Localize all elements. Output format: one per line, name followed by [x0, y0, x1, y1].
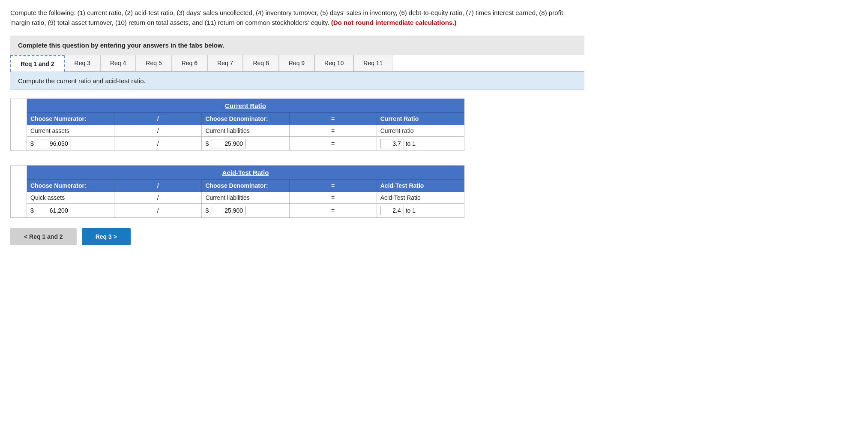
section2-number: (2) — [13, 169, 21, 177]
section2-title-row: (2) Acid-Test Ratio — [11, 165, 464, 179]
section1-denominator-input[interactable] — [212, 139, 246, 148]
section2-denominator-label: Current liabilities — [205, 194, 249, 201]
next-button[interactable]: Req 3 > — [82, 228, 131, 245]
tab-req9[interactable]: Req 9 — [279, 55, 314, 71]
section1-value-row: $ / $ = to 1 — [11, 136, 464, 150]
intro-paragraph: Compute the following: (1) current ratio… — [10, 8, 584, 28]
section1-result-input[interactable] — [380, 139, 404, 148]
tab-req7[interactable]: Req 7 — [207, 55, 243, 71]
section2-denominator-input[interactable] — [212, 206, 246, 215]
section2-block: (2) Acid-Test Ratio Choose Numerator: / … — [10, 165, 464, 218]
section2-choose-numerator: Choose Numerator: — [30, 182, 87, 189]
section2-text-row: Quick assets / Current liabilities = Aci… — [11, 192, 464, 203]
main-content: (1) Current Ratio Choose Numerator: / Ch… — [10, 99, 464, 245]
section1-text-row: Current assets / Current liabilities = C… — [11, 125, 464, 136]
section1-numerator-dollar: $ — [30, 140, 34, 147]
section1-choose-numerator: Choose Numerator: — [30, 115, 87, 122]
tab-req5[interactable]: Req 5 — [136, 55, 171, 71]
spacer — [10, 159, 464, 165]
tab-req4[interactable]: Req 4 — [100, 55, 136, 71]
section2-to-one: to 1 — [406, 207, 416, 214]
section1-table: (1) Current Ratio Choose Numerator: / Ch… — [10, 99, 464, 151]
nav-buttons: < Req 1 and 2 Req 3 > — [10, 228, 310, 245]
instruction-label: Complete this question by entering your … — [18, 42, 224, 49]
warning-text: (Do not round intermediate calculations.… — [331, 19, 457, 26]
section2-denominator-dollar: $ — [205, 207, 209, 214]
section1-denominator-label: Current liabilities — [205, 127, 249, 134]
section2-numerator-label: Quick assets — [30, 194, 65, 201]
tabs-container: Req 1 and 2 Req 3 Req 4 Req 5 Req 6 Req … — [10, 55, 584, 72]
tab-req6[interactable]: Req 6 — [172, 55, 207, 71]
section1-block: (1) Current Ratio Choose Numerator: / Ch… — [10, 99, 464, 151]
tab-req8[interactable]: Req 8 — [243, 55, 278, 71]
section1-title: Current Ratio — [225, 102, 266, 109]
section1-title-row: (1) Current Ratio — [11, 99, 464, 112]
section2-result-label: Acid-Test Ratio — [380, 194, 421, 201]
tab-content-description: Compute the current ratio and acid-test … — [10, 72, 584, 90]
section1-choose-row: Choose Numerator: / Choose Denominator: … — [11, 112, 464, 125]
tab-req3[interactable]: Req 3 — [65, 55, 100, 71]
section1-numerator-label: Current assets — [30, 127, 69, 134]
tab-req10[interactable]: Req 10 — [314, 55, 353, 71]
section2-table: (2) Acid-Test Ratio Choose Numerator: / … — [10, 165, 464, 218]
section2-choose-denominator: Choose Denominator: — [205, 182, 268, 189]
section2-result-input[interactable] — [380, 206, 404, 215]
section1-to-one: to 1 — [406, 140, 416, 147]
instruction-box: Complete this question by entering your … — [10, 36, 584, 55]
section1-denominator-dollar: $ — [205, 140, 209, 147]
section2-result-header: Acid-Test Ratio — [380, 182, 424, 189]
tab-req1and2[interactable]: Req 1 and 2 — [10, 55, 65, 72]
section2-choose-row: Choose Numerator: / Choose Denominator: … — [11, 179, 464, 192]
section1-result-header: Current Ratio — [380, 115, 419, 122]
section2-value-row: $ / $ = to 1 — [11, 203, 464, 217]
section1-choose-denominator: Choose Denominator: — [205, 115, 268, 122]
section2-numerator-dollar: $ — [30, 207, 34, 214]
section1-number: (1) — [13, 102, 21, 110]
section2-numerator-input[interactable] — [37, 206, 71, 215]
intro-text: Compute the following: (1) current ratio… — [10, 9, 563, 26]
tab-req11[interactable]: Req 11 — [353, 55, 392, 71]
prev-button[interactable]: < Req 1 and 2 — [10, 228, 77, 245]
section1-numerator-input[interactable] — [37, 139, 71, 148]
section1-result-label: Current ratio — [380, 127, 414, 134]
section2-title: Acid-Test Ratio — [222, 169, 269, 176]
